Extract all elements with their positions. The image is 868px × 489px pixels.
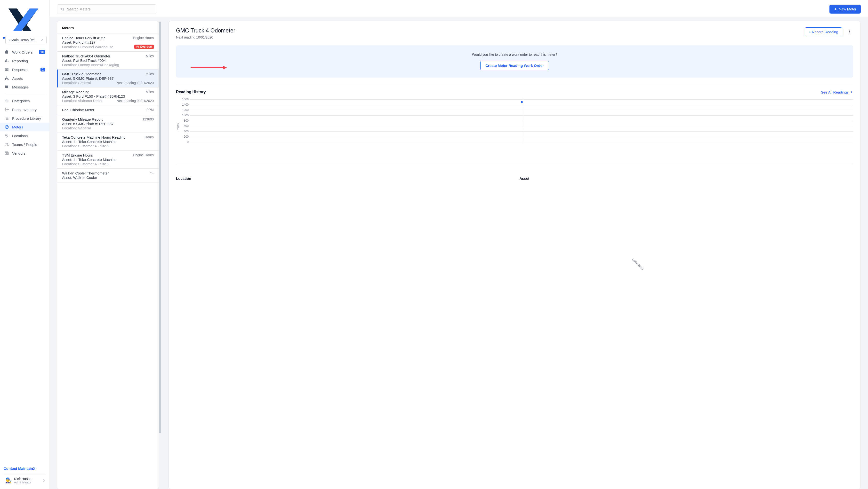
location-label: Location — [176, 176, 510, 181]
create-work-order-button[interactable]: Create Meter Reading Work Order — [480, 61, 549, 70]
grid-line — [190, 137, 853, 137]
gear-icon — [4, 107, 9, 112]
meter-item[interactable]: Teka Concrete Machine Hours ReadingHours… — [57, 133, 159, 151]
nav-meters[interactable]: Meters — [0, 123, 50, 131]
chart-gridline: 200 — [180, 134, 853, 139]
y-tick-label: 0 — [180, 140, 190, 144]
search-box[interactable] — [57, 4, 156, 14]
meter-asset: Asset: 1 - Teka Concrete Machine — [62, 139, 154, 144]
meter-title: Mileage Reading — [62, 90, 90, 94]
meter-unit: miles — [146, 72, 154, 76]
store-icon — [4, 151, 9, 156]
plus-icon — [834, 7, 837, 11]
pin-icon — [4, 133, 9, 138]
scrollbar[interactable] — [159, 21, 161, 489]
nav-parts[interactable]: Parts Inventory — [0, 105, 50, 114]
chart-gridline: 600 — [180, 123, 853, 129]
meter-item[interactable]: Mileage ReadingMilesAsset: 3 Ford F150 -… — [57, 88, 159, 105]
org-selector[interactable]: 2 Main Demo [Mf... — [5, 36, 46, 44]
meter-title: Flatbed Truck #004 Odometer — [62, 54, 110, 58]
svg-rect-2 — [5, 61, 6, 63]
y-tick-label: 1000 — [180, 113, 190, 117]
new-meter-label: New Meter — [839, 7, 856, 11]
y-tick-label: 1400 — [180, 103, 190, 106]
meter-location: Location: Customer A - Site 1 — [62, 162, 109, 166]
meters-list[interactable]: Engine Hours Forklift #127Engine HoursAs… — [57, 33, 159, 489]
detail-title-block: GMC Truck 4 Odometer Next reading 10/01/… — [176, 27, 235, 39]
svg-point-27 — [849, 31, 850, 32]
nav-work-orders[interactable]: Work Orders 10 — [0, 48, 50, 57]
user-menu[interactable]: 👨‍🔧 Nick Haase Administrator — [4, 474, 46, 487]
user-info: Nick Haase Administrator — [14, 477, 39, 484]
contact-link[interactable]: Contact MaintainX — [4, 464, 46, 473]
meter-item[interactable]: Quarterly Mileage Report123600Asset: 5 G… — [57, 115, 159, 133]
content: Meters Engine Hours Forklift #127Engine … — [50, 17, 868, 489]
meter-asset: Asset: 5 GMC Plate #: DEF-987 — [62, 76, 154, 80]
svg-rect-0 — [5, 51, 8, 54]
meter-location: Location: Customer A - Site 1 — [62, 144, 109, 148]
detail-panel: GMC Truck 4 Odometer Next reading 10/01/… — [168, 21, 861, 489]
nav-label: Vendors — [12, 151, 45, 155]
nav-assets[interactable]: Assets — [0, 74, 50, 83]
meter-title: Engine Hours Forklift #127 — [62, 36, 105, 40]
meter-title: GMC Truck 4 Odometer — [62, 72, 101, 76]
nav-categories[interactable]: Categories — [0, 96, 50, 105]
meter-item[interactable]: Engine Hours Forklift #127Engine HoursAs… — [57, 33, 159, 52]
detail-header: GMC Truck 4 Odometer Next reading 10/01/… — [176, 27, 853, 39]
kebab-icon — [847, 29, 852, 34]
topbar: New Meter — [50, 0, 868, 17]
meter-item[interactable]: Walk-In Cooler Thermometer°FAsset: Walk-… — [57, 169, 159, 183]
meter-item[interactable]: Flatbed Truck #004 OdometerMilesAsset: F… — [57, 52, 159, 70]
meter-item[interactable]: TSM Engine HoursEngine HoursAsset: 1 - T… — [57, 151, 159, 169]
org-selector-row: 2 Main Demo [Mf... — [3, 36, 46, 44]
svg-point-20 — [7, 143, 8, 144]
meter-title: Quarterly Mileage Report — [62, 117, 103, 121]
nav-label: Locations — [12, 134, 45, 138]
nav-requests[interactable]: Requests 1 — [0, 65, 50, 74]
meter-item[interactable]: GMC Truck 4 OdometermilesAsset: 5 GMC Pl… — [57, 70, 159, 88]
nav-reporting[interactable]: Reporting — [0, 57, 50, 65]
meter-title: Teka Concrete Machine Hours Reading — [62, 135, 126, 139]
scrollbar-thumb[interactable] — [159, 22, 161, 433]
asset-label: Asset — [520, 176, 854, 181]
nav-label: Teams / People — [12, 142, 45, 146]
chevron-right-icon — [42, 479, 46, 483]
location-section: Location — [176, 176, 510, 184]
work-order-prompt: Would you like to create a work order to… — [176, 45, 853, 77]
org-selector-label: 2 Main Demo [Mf... — [8, 38, 37, 42]
nav-teams[interactable]: Teams / People — [0, 140, 50, 149]
meter-title: Walk-In Cooler Thermometer — [62, 171, 109, 175]
nav-messages[interactable]: Messages — [0, 83, 50, 91]
more-menu-button[interactable] — [846, 28, 853, 36]
nav-locations[interactable]: Locations — [0, 131, 50, 140]
clipboard-icon — [4, 50, 9, 55]
see-all-readings-link[interactable]: See All Readings — [821, 90, 853, 94]
nav-label: Reporting — [12, 59, 45, 63]
grid-line — [190, 105, 853, 105]
svg-point-5 — [6, 76, 7, 78]
meter-unit: Miles — [146, 90, 154, 94]
nav-badge: 1 — [40, 68, 45, 71]
overdue-badge: Overdue — [134, 44, 154, 49]
search-input[interactable] — [67, 7, 153, 11]
nav-vendors[interactable]: Vendors — [0, 149, 50, 158]
meter-item[interactable]: Pool Chlorine MeterPPM — [57, 105, 159, 115]
record-reading-button[interactable]: + Record Reading — [805, 27, 842, 36]
y-tick-label: 1600 — [180, 98, 190, 101]
new-meter-button[interactable]: New Meter — [830, 5, 861, 13]
detail-bottom-sections: Location Asset — [176, 176, 853, 184]
svg-point-17 — [6, 127, 7, 127]
svg-point-21 — [61, 8, 64, 10]
prompt-text: Would you like to create a work order to… — [472, 53, 557, 57]
nav-procedures[interactable]: Procedure Library — [0, 114, 50, 123]
svg-point-28 — [849, 32, 850, 33]
y-axis-label: miles — [176, 123, 180, 130]
meters-panel: Meters Engine Hours Forklift #127Engine … — [57, 21, 159, 489]
svg-rect-1 — [6, 51, 7, 51]
meter-location: Location: General — [62, 126, 91, 130]
meter-next-reading: Next reading 09/01/2020 — [117, 99, 154, 103]
nav-divider — [4, 94, 45, 94]
grid-line — [190, 131, 853, 132]
nav-label: Parts Inventory — [12, 107, 45, 112]
nav-label: Procedure Library — [12, 116, 45, 121]
